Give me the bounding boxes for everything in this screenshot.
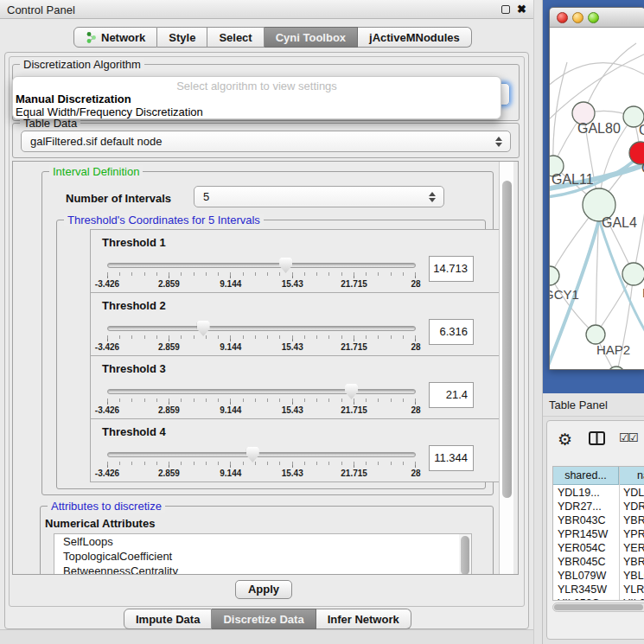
network-window-titlebar[interactable]: [550, 8, 644, 28]
threshold-4-slider[interactable]: -3.4262.8599.14415.4321.71528: [107, 449, 416, 480]
tab-infer-network[interactable]: Infer Network: [316, 609, 411, 629]
cell-name[interactable]: YDR2: [623, 500, 644, 513]
slider-tick-labels: -3.4262.8599.14415.4321.71528: [107, 342, 416, 353]
network-node[interactable]: [550, 266, 559, 285]
close-icon[interactable]: ✖: [517, 3, 526, 16]
panel-splitter[interactable]: [533, 0, 543, 644]
table-row[interactable]: YER054CYER0: [553, 541, 644, 555]
threshold-2-value[interactable]: 6.316: [429, 319, 474, 345]
network-node[interactable]: [608, 367, 625, 370]
column-header-name[interactable]: na: [620, 467, 644, 485]
table-row[interactable]: YLR345WYLR3: [553, 583, 644, 596]
combo-arrows-icon: [495, 137, 502, 147]
slider-tick-labels: -3.4262.8599.14415.4321.71528: [107, 279, 416, 290]
num-intervals-combobox[interactable]: 5: [194, 186, 444, 207]
minimize-traffic-light-icon[interactable]: [572, 12, 583, 23]
cell-shared-name[interactable]: YLR345W: [558, 583, 607, 596]
tab-network[interactable]: Network: [73, 27, 157, 48]
attributes-group-title: Attributes to discretize: [48, 500, 165, 513]
cell-name[interactable]: YER0: [623, 541, 644, 555]
numerical-attributes-list[interactable]: SelfLoopsTopologicalCoefficientBetweenne…: [54, 533, 472, 575]
table-row[interactable]: YDL19...YDL1: [553, 486, 644, 500]
column-header-shared[interactable]: shared...: [553, 467, 619, 485]
gear-icon[interactable]: ⚙: [558, 430, 572, 450]
attribute-list-item[interactable]: BetweennessCentrality: [54, 564, 471, 575]
settings-scrollbar-thumb[interactable]: [502, 181, 512, 498]
attribute-list-item[interactable]: TopologicalCoefficient: [54, 549, 471, 564]
network-node[interactable]: [586, 325, 605, 344]
threshold-4-label: Threshold 4: [102, 425, 166, 438]
table-row[interactable]: YBR045CYBR0: [553, 555, 644, 569]
tab-jactivemnodules[interactable]: jActiveMNodules: [358, 27, 472, 48]
tick-label: 15.43: [282, 342, 303, 352]
tick-label: -3.426: [95, 279, 119, 289]
cell-shared-name[interactable]: YDL19...: [558, 486, 600, 500]
cell-shared-name[interactable]: YPR145W: [558, 527, 608, 541]
tick-label: -3.426: [95, 405, 119, 415]
slider-handle[interactable]: [345, 384, 358, 399]
cell-name[interactable]: YIL0: [623, 596, 644, 601]
cell-name[interactable]: YLR3: [623, 583, 644, 596]
network-view-window[interactable]: GAL80GACGAL11GAL4GCY1HHAP2: [549, 7, 644, 370]
cell-name[interactable]: YBL0: [623, 569, 644, 583]
tab-style[interactable]: Style: [157, 27, 207, 48]
float-window-icon[interactable]: [501, 5, 510, 14]
popup-item-manual-discretization[interactable]: Manual Discretization: [16, 92, 131, 105]
table-row[interactable]: YPR145WYPR1: [553, 527, 644, 541]
cell-shared-name[interactable]: YBL079W: [558, 569, 606, 583]
tab-select[interactable]: Select: [207, 27, 264, 48]
threshold-3-slider[interactable]: -3.4262.8599.14415.4321.71528: [107, 386, 416, 417]
close-traffic-light-icon[interactable]: [557, 12, 568, 23]
tick-label: 28: [411, 342, 420, 352]
cell-shared-name[interactable]: YDR27...: [558, 500, 602, 513]
cell-name[interactable]: YBR0: [623, 555, 644, 569]
attribute-list-item[interactable]: SelfLoops: [54, 534, 471, 549]
table-hscrollbar[interactable]: [552, 603, 644, 612]
table-panel-title: Table Panel: [549, 399, 608, 411]
threshold-3-value[interactable]: 21.4: [429, 382, 474, 408]
threshold-1-slider[interactable]: -3.4262.8599.14415.4321.71528: [107, 259, 416, 290]
cell-name[interactable]: YBR0: [623, 513, 644, 527]
threshold-1-value[interactable]: 14.713: [429, 256, 474, 282]
slider-handle[interactable]: [279, 258, 292, 273]
apply-button[interactable]: Apply: [235, 580, 292, 599]
cell-shared-name[interactable]: YBR045C: [558, 555, 606, 569]
settings-scrollbar[interactable]: [499, 162, 513, 575]
table-panel-body: ⚙ ☑☑ shared... na YDL19...YDL1YDR27...YD…: [546, 420, 644, 640]
slider-minor-ticks: [107, 399, 416, 402]
table-row[interactable]: YBR043CYBR0: [553, 513, 644, 527]
slider-handle[interactable]: [197, 321, 210, 336]
popup-item-equal-width[interactable]: Equal Width/Frequency Discretization: [16, 105, 203, 118]
threshold-4-value[interactable]: 11.344: [429, 445, 474, 471]
network-node-label: GAL80: [577, 121, 621, 136]
zoom-traffic-light-icon[interactable]: [588, 12, 599, 23]
list-scrollbar[interactable]: [459, 534, 471, 575]
tab-cyni-toolbox[interactable]: Cyni Toolbox: [265, 27, 358, 48]
select-checkboxes-icon[interactable]: ☑☑: [619, 430, 637, 444]
table-row[interactable]: YIL052CYIL0: [553, 596, 644, 601]
cell-shared-name[interactable]: YER054C: [558, 541, 606, 555]
cell-shared-name[interactable]: YIL052C: [558, 596, 600, 601]
network-canvas[interactable]: GAL80GACGAL11GAL4GCY1HHAP2: [550, 28, 644, 370]
cell-name[interactable]: YDL1: [623, 486, 644, 500]
network-edge[interactable]: [583, 43, 636, 113]
tick-label: 28: [411, 279, 420, 289]
cell-name[interactable]: YPR1: [623, 527, 644, 541]
table-row[interactable]: YBL079WYBL0: [553, 569, 644, 583]
table-hscrollbar-thumb[interactable]: [554, 604, 643, 610]
tab-label: Style: [169, 28, 195, 48]
node-table[interactable]: shared... na YDL19...YDL1YDR27...YDR2YBR…: [552, 466, 644, 601]
cell-shared-name[interactable]: YBR043C: [558, 513, 606, 527]
table-row[interactable]: YDR27...YDR2: [553, 500, 644, 513]
columns-icon[interactable]: [589, 431, 605, 449]
tick-label: 21.715: [341, 405, 367, 415]
slider-handle[interactable]: [246, 447, 259, 462]
table-data-value: galFiltered.sif default node: [30, 135, 162, 148]
list-scrollbar-thumb[interactable]: [461, 536, 469, 575]
num-intervals-value: 5: [203, 190, 209, 203]
table-data-combobox[interactable]: galFiltered.sif default node: [21, 131, 511, 152]
tab-discretize-data[interactable]: Discretize Data: [212, 609, 316, 629]
tab-impute-data[interactable]: Impute Data: [124, 609, 212, 629]
network-node[interactable]: [622, 263, 644, 285]
threshold-2-slider[interactable]: -3.4262.8599.14415.4321.71528: [107, 322, 416, 354]
